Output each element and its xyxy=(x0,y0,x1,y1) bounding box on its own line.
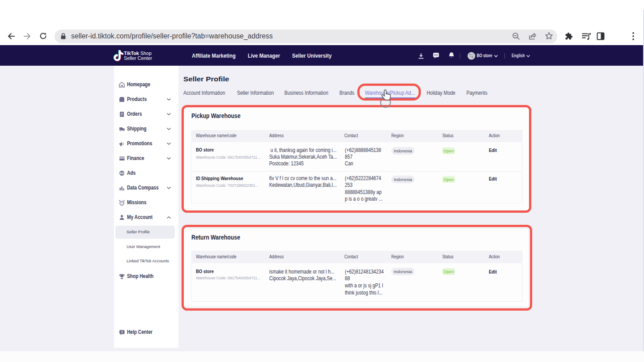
svg-text:AD: AD xyxy=(120,171,124,174)
svg-text:?: ? xyxy=(121,330,123,333)
